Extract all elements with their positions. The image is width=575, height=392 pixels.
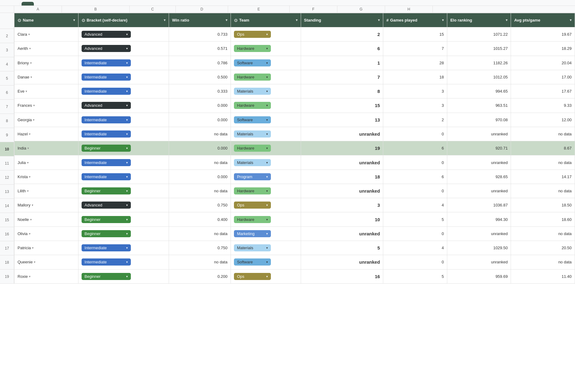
th-games-played[interactable]: # Games played ▾ [383,13,447,27]
team-badge[interactable]: Software ▾ [234,258,271,266]
name-dropdown[interactable]: ▾ [30,75,32,79]
th-bracket-sort[interactable]: ▾ [164,18,166,22]
bracket-cell: Intermediate ▾ [78,255,169,269]
bracket-badge[interactable]: Advanced ▾ [82,202,131,209]
row-num-16: 16 [0,227,14,241]
win-ratio-cell: 0.000 [169,141,231,155]
name-dropdown[interactable]: ▾ [26,90,27,93]
bracket-badge[interactable]: Advanced ▾ [82,45,131,52]
name-dropdown[interactable]: ▾ [29,132,30,136]
bracket-badge[interactable]: Intermediate ▾ [82,116,131,123]
team-badge[interactable]: Materials ▾ [234,130,271,138]
team-badge-arrow: ▾ [266,90,268,93]
th-win-ratio[interactable]: Win ratio ▾ [169,13,231,27]
team-badge[interactable]: Hardware ▾ [234,102,271,109]
team-badge[interactable]: Hardware ▾ [234,74,271,81]
bracket-badge[interactable]: Intermediate ▾ [82,159,131,166]
team-cell: Hardware ▾ [231,212,301,226]
bracket-cell: Beginner ▾ [78,226,169,241]
name-dropdown[interactable]: ▾ [29,47,31,50]
name-dropdown[interactable]: ▾ [33,104,35,107]
team-badge[interactable]: Materials ▾ [234,88,271,95]
th-team-sort[interactable]: ▾ [296,18,298,22]
team-badge[interactable]: Software ▾ [234,116,271,123]
name-dropdown[interactable]: ▾ [27,189,29,193]
name-dropdown[interactable]: ▾ [30,218,32,221]
bracket-cell: Intermediate ▾ [78,170,169,184]
team-badge[interactable]: Ops ▾ [234,31,271,38]
th-name[interactable]: ⊙ Name ▾ [14,13,78,27]
bracket-badge[interactable]: Advanced ▾ [82,31,131,38]
team-badge[interactable]: Software ▾ [234,59,271,66]
name-dropdown[interactable]: ▾ [30,61,32,65]
name-dropdown[interactable]: ▾ [32,246,34,250]
win-ratio-cell: 0.500 [169,70,231,84]
bracket-badge[interactable]: Beginner ▾ [82,187,131,194]
team-badge[interactable]: Ops ▾ [234,273,271,280]
name-dropdown[interactable]: ▾ [34,260,35,264]
col-letter-b: B [62,6,130,13]
bracket-badge[interactable]: Beginner ▾ [82,145,131,152]
avg-pts-cell: 14.17 [511,170,575,184]
table-row: Patricia ▾ Intermediate ▾ 0.750 Material… [14,241,575,255]
team-badge[interactable]: Materials ▾ [234,244,271,251]
team-badge[interactable]: Program ▾ [234,173,271,180]
elo-cell: 920.71 [447,141,511,155]
win-ratio-cell: 0.733 [169,27,231,42]
bracket-badge[interactable]: Beginner ▾ [82,230,131,237]
team-badge[interactable]: Ops ▾ [234,202,271,209]
bracket-badge[interactable]: Beginner ▾ [82,273,131,280]
name-dropdown[interactable]: ▾ [29,275,30,278]
th-elo-sort[interactable]: ▾ [506,18,508,22]
bracket-badge[interactable]: Intermediate ▾ [82,59,131,66]
games-played-cell: 6 [383,141,447,155]
team-badge[interactable]: Hardware ▾ [234,145,271,152]
name-dropdown[interactable]: ▾ [33,118,34,122]
th-standing-sort[interactable]: ▾ [378,18,380,22]
avg-pts-cell: 17.00 [511,70,575,84]
name-value: Mallory [18,203,30,207]
name-dropdown[interactable]: ▾ [32,203,33,207]
name-dropdown[interactable]: ▾ [29,175,30,178]
th-elo[interactable]: Elo ranking ▾ [447,13,511,27]
bracket-badge[interactable]: Beginner ▾ [82,216,131,223]
bracket-badge[interactable]: Advanced ▾ [82,102,131,109]
th-avg-pts-sort[interactable]: ▾ [570,18,572,22]
th-win-ratio-sort[interactable]: ▾ [226,18,227,22]
win-ratio-cell: 0.333 [169,84,231,98]
bracket-badge[interactable]: Intermediate ▾ [82,88,131,95]
th-name-sort[interactable]: ▾ [73,18,75,22]
bracket-badge-arrow: ▾ [126,161,128,164]
games-played-cell: 5 [383,212,447,226]
standing-cell: 18 [301,170,383,184]
bracket-badge[interactable]: Intermediate ▾ [82,173,131,180]
th-games-played-sort[interactable]: ▾ [442,18,444,22]
row-num-4: 4 [0,57,14,71]
team-badge[interactable]: Materials ▾ [234,159,271,166]
table-row: Noelle ▾ Beginner ▾ 0.400 Hardware ▾ 105… [14,212,575,226]
team-badge[interactable]: Marketing ▾ [234,230,271,237]
team-badge[interactable]: Hardware ▾ [234,216,271,223]
name-cell: Olivia ▾ [14,226,78,241]
th-avg-pts[interactable]: Avg pts/game ▾ [511,13,575,27]
name-dropdown[interactable]: ▾ [29,232,30,235]
name-dropdown[interactable]: ▾ [28,33,30,36]
bracket-badge[interactable]: Intermediate ▾ [82,130,131,138]
bracket-badge[interactable]: Intermediate ▾ [82,74,131,81]
th-team[interactable]: ⊙ Team ▾ [231,13,301,27]
team-cell: Software ▾ [231,255,301,269]
sheet-tab[interactable] [22,2,34,6]
team-badge[interactable]: Hardware ▾ [234,187,271,194]
th-elo-label: Elo ranking [450,18,472,22]
name-dropdown[interactable]: ▾ [27,161,29,164]
bracket-badge[interactable]: Intermediate ▾ [82,258,131,266]
th-bracket[interactable]: ⊙ Bracket (self-declare) ▾ [78,13,169,27]
name-dropdown[interactable]: ▾ [27,146,29,150]
standing-value: 1 [377,60,380,66]
team-badge[interactable]: Hardware ▾ [234,45,271,52]
elo-cell: 994.65 [447,84,511,98]
name-cell: Danae ▾ [14,70,78,84]
bracket-badge[interactable]: Intermediate ▾ [82,244,131,251]
th-standing[interactable]: Standing ▾ [301,13,383,27]
col-letter-h: H [385,6,433,13]
